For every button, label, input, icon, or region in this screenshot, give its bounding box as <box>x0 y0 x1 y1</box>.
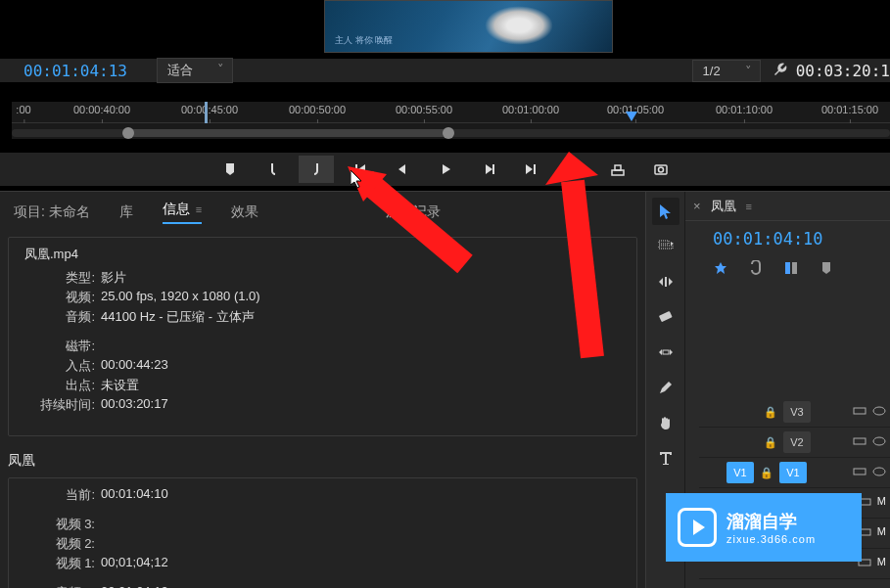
panel-menu-icon[interactable]: ≡ <box>196 204 202 215</box>
eye-icon[interactable] <box>872 434 886 450</box>
current-label: 当前: <box>21 486 95 504</box>
hand-tool[interactable] <box>652 409 679 436</box>
insert-button[interactable] <box>557 156 592 183</box>
track-label-v1[interactable]: V1 <box>779 462 807 483</box>
eye-icon[interactable] <box>872 465 886 480</box>
playhead-timecode[interactable]: 00:01:04:13 <box>23 62 127 80</box>
a1-value: 00;01;04;12 <box>101 584 168 588</box>
svg-rect-10 <box>658 311 672 322</box>
watermark-badge: 溜溜自学 zixue.3d66.com <box>666 493 862 562</box>
zoom-fit-dropdown[interactable]: 适合 <box>157 58 233 83</box>
svg-rect-11 <box>663 350 669 354</box>
mute-label[interactable]: M <box>877 525 886 541</box>
scrub-handle-left[interactable] <box>122 127 134 139</box>
pen-tool[interactable] <box>652 374 679 401</box>
audio-label: 音频: <box>21 308 95 326</box>
sequence-info-box: 当前:00:01:04:10 视频 3: 视频 2: 视频 1:00;01;04… <box>8 477 637 588</box>
ruler-tick: 00:01:15:00 <box>821 104 878 115</box>
toggle-output-icon[interactable] <box>853 465 867 480</box>
timeline-menu-icon[interactable]: ≡ <box>746 201 752 212</box>
type-label: 类型: <box>21 269 95 287</box>
tab-info[interactable]: 信息≡ <box>163 201 202 224</box>
svg-point-15 <box>873 407 885 415</box>
timeline-option-icons <box>685 256 890 289</box>
scrub-handle-right[interactable] <box>443 127 454 139</box>
svg-rect-13 <box>792 262 797 274</box>
watermark-logo-icon <box>678 508 717 547</box>
timeline-tab-close-icon[interactable]: × <box>693 199 701 213</box>
ripple-edit-tool[interactable] <box>652 268 679 295</box>
type-tool[interactable] <box>652 444 679 472</box>
inpoint-value: 00:00:44:23 <box>101 357 168 375</box>
svg-rect-12 <box>785 262 790 274</box>
mute-label[interactable]: M <box>877 556 886 571</box>
eye-icon[interactable] <box>872 404 886 420</box>
a1-label: 音频 1: <box>21 584 95 588</box>
svg-rect-7 <box>659 241 669 244</box>
clip-info-box: 凤凰.mp4 类型:影片 视频:25.00 fps, 1920 x 1080 (… <box>8 237 637 436</box>
svg-rect-14 <box>854 408 866 414</box>
inpoint-label: 入点: <box>21 357 95 375</box>
sequence-name: 凤凰 <box>8 452 645 470</box>
linked-selection-icon[interactable] <box>748 260 764 279</box>
duration-timecode: 00:03:20:1 <box>796 62 890 80</box>
play-button[interactable] <box>428 156 463 183</box>
mute-label[interactable]: M <box>877 495 886 511</box>
preview-caption: 主人 将你 唤醒 <box>335 34 393 47</box>
ruler-tick: 00:01:10:00 <box>716 104 773 115</box>
ruler-tick: :00 <box>16 104 30 115</box>
clip-filename: 凤凰.mp4 <box>21 246 625 263</box>
timeline-timecode[interactable]: 00:01:04:10 <box>685 221 890 256</box>
video-value: 25.00 fps, 1920 x 1080 (1.0) <box>101 289 260 306</box>
outpoint-value: 未设置 <box>101 377 139 394</box>
scrub-bar[interactable] <box>12 129 890 137</box>
track-row-v2[interactable]: 🔒 V2 <box>699 428 890 458</box>
settings-wrench-icon[interactable] <box>773 62 788 80</box>
overwrite-button[interactable] <box>600 156 635 183</box>
time-ruler[interactable]: :00 00:00:40:00 00:00:45:00 00:00:50:00 … <box>12 102 890 139</box>
audio-value: 44100 Hz - 已压缩 - 立体声 <box>101 308 255 326</box>
add-marker-icon[interactable] <box>783 260 799 279</box>
go-to-out-button[interactable] <box>514 156 549 183</box>
lock-icon[interactable]: 🔒 <box>762 436 779 449</box>
lock-icon[interactable]: 🔒 <box>762 406 779 419</box>
preview-thumbnail[interactable]: 主人 将你 唤醒 <box>324 0 613 53</box>
snap-icon[interactable] <box>713 260 728 279</box>
lock-icon[interactable]: 🔒 <box>758 467 775 479</box>
track-row-v3[interactable]: 🔒 V3 <box>699 397 890 428</box>
track-label-v3[interactable]: V3 <box>783 401 811 423</box>
toggle-output-icon[interactable] <box>853 404 867 420</box>
tab-project[interactable]: 项目: 未命名 <box>14 204 90 221</box>
slip-tool[interactable] <box>652 339 679 366</box>
svg-point-6 <box>658 167 663 172</box>
tab-library[interactable]: 库 <box>119 204 133 221</box>
toggle-output-icon[interactable] <box>853 434 867 450</box>
ruler-tick: 00:01:00:00 <box>502 104 559 115</box>
in-point-marker[interactable] <box>205 102 208 123</box>
ruler-tick: 00:00:55:00 <box>396 104 452 115</box>
ruler-tick: 00:00:45:00 <box>181 104 238 115</box>
tab-history[interactable]: 历史记录 <box>386 204 441 221</box>
go-to-in-button[interactable] <box>342 156 377 183</box>
track-label-v2[interactable]: V2 <box>783 431 811 453</box>
resolution-dropdown[interactable]: 1/2 <box>692 60 761 82</box>
export-frame-button[interactable] <box>643 156 679 183</box>
timeline-settings-icon[interactable] <box>819 260 834 279</box>
mark-in-button[interactable] <box>256 156 291 183</box>
step-forward-button[interactable] <box>471 156 506 183</box>
track-select-tool[interactable] <box>652 233 679 260</box>
step-back-button[interactable] <box>385 156 420 183</box>
v1-label: 视频 1: <box>21 555 95 572</box>
playhead-marker[interactable] <box>626 102 637 123</box>
mark-out-button[interactable] <box>299 156 334 183</box>
svg-point-17 <box>873 437 885 445</box>
selection-tool[interactable] <box>652 198 679 225</box>
add-marker-button[interactable] <box>212 156 248 183</box>
razor-tool[interactable] <box>652 303 679 331</box>
tab-effects[interactable]: 效果 <box>231 204 258 221</box>
type-value: 影片 <box>101 269 126 287</box>
timeline-tab-title[interactable]: 凤凰 <box>711 198 736 215</box>
track-row-v1[interactable]: V1 🔒 V1 <box>699 458 890 488</box>
source-patch-v1[interactable]: V1 <box>726 462 754 483</box>
ruler-tick: 00:00:40:00 <box>73 104 130 115</box>
